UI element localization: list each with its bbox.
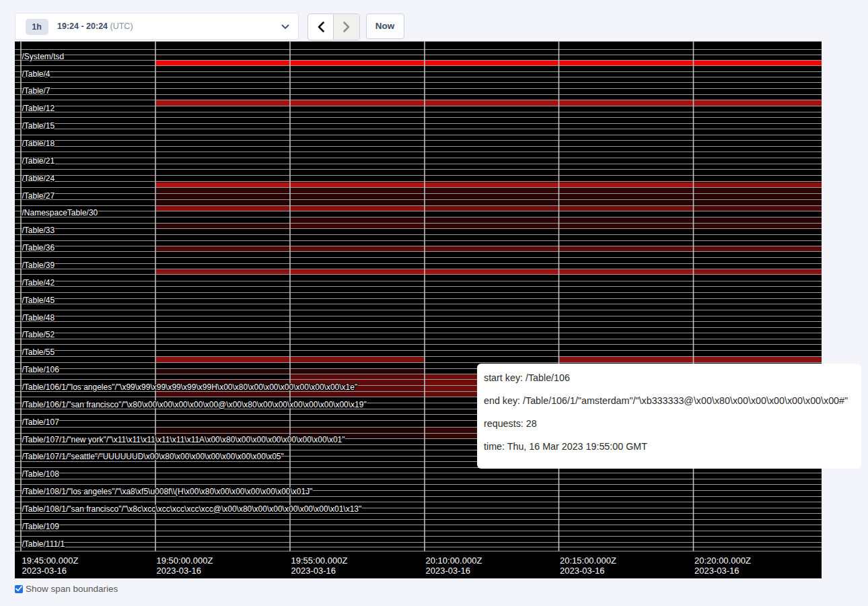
- svg-text:/Table/48: /Table/48: [22, 312, 55, 322]
- svg-text:/System/tsd: /System/tsd: [22, 51, 65, 61]
- svg-text:/Table/106: /Table/106: [22, 365, 60, 374]
- svg-text:/Table/33: /Table/33: [22, 226, 55, 235]
- svg-text:/Table/106/1/"los angeles"/"\x: /Table/106/1/"los angeles"/"\x99\x99\x99…: [22, 382, 358, 392]
- svg-text:/Table/21: /Table/21: [22, 156, 55, 165]
- svg-text:/Table/107/1/"seattle"/"UUUUUU: /Table/107/1/"seattle"/"UUUUUUD\x00\x80\…: [22, 452, 284, 461]
- svg-text:/Table/45: /Table/45: [22, 295, 55, 304]
- svg-text:/Table/39: /Table/39: [22, 261, 55, 270]
- svg-text:2023-03-16: 2023-03-16: [426, 565, 471, 575]
- svg-text:/Table/107/1/"new york"/"\x11\: /Table/107/1/"new york"/"\x11\x11\x11\x1…: [22, 434, 345, 444]
- svg-text:19:55:00.000Z: 19:55:00.000Z: [291, 556, 348, 566]
- svg-text:20:20:00.000Z: 20:20:00.000Z: [694, 556, 751, 566]
- svg-text:/Table/4: /Table/4: [22, 69, 50, 78]
- svg-text:/Table/27: /Table/27: [22, 191, 55, 200]
- svg-text:/Table/109: /Table/109: [22, 521, 60, 531]
- svg-text:/Table/7: /Table/7: [22, 86, 50, 96]
- svg-text:/Table/18: /Table/18: [22, 139, 55, 148]
- svg-text:/Table/55: /Table/55: [22, 347, 55, 357]
- svg-text:/Table/12: /Table/12: [22, 104, 55, 113]
- svg-text:/Table/111/1: /Table/111/1: [22, 539, 65, 548]
- svg-text:20:10:00.000Z: 20:10:00.000Z: [426, 556, 482, 566]
- svg-text:2023-03-16: 2023-03-16: [694, 565, 739, 575]
- svg-text:/NamespaceTable/30: /NamespaceTable/30: [22, 208, 98, 217]
- svg-text:20:15:00.000Z: 20:15:00.000Z: [560, 556, 616, 566]
- svg-text:/Table/107: /Table/107: [22, 417, 60, 426]
- svg-text:2023-03-16: 2023-03-16: [560, 565, 605, 575]
- svg-text:2023-03-16: 2023-03-16: [157, 565, 202, 575]
- svg-text:/Table/108/1/"los angeles"/"\x: /Table/108/1/"los angeles"/"\xa8\xf5\u00…: [22, 487, 313, 496]
- svg-text:/Table/108/1/"san francisco"/": /Table/108/1/"san francisco"/"\x8c\xcc\x…: [22, 504, 362, 514]
- svg-text:19:45:00.000Z: 19:45:00.000Z: [22, 556, 79, 566]
- svg-text:/Table/42: /Table/42: [22, 277, 55, 287]
- svg-text:2023-03-16: 2023-03-16: [291, 565, 336, 575]
- svg-text:/Table/36: /Table/36: [22, 243, 55, 252]
- svg-text:/Table/106/1/"san francisco"/": /Table/106/1/"san francisco"/"\x80\x00\x…: [22, 399, 367, 409]
- svg-text:19:50:00.000Z: 19:50:00.000Z: [157, 556, 213, 566]
- svg-text:/Table/15: /Table/15: [22, 121, 55, 131]
- svg-text:2023-03-16: 2023-03-16: [22, 565, 67, 575]
- svg-text:/Table/24: /Table/24: [22, 173, 55, 182]
- svg-text:/Table/108: /Table/108: [22, 469, 60, 479]
- svg-text:/Table/52: /Table/52: [22, 330, 55, 339]
